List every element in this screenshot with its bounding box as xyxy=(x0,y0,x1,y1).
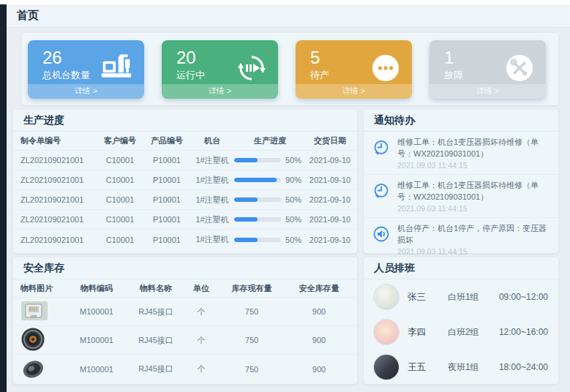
machine-icon xyxy=(100,53,132,83)
avatar xyxy=(374,284,399,309)
notifications-panel: 通知待办 维修工单：机台1变压器损坏待维修（单号：WX202109031001）… xyxy=(364,110,558,253)
col-unit: 单位 xyxy=(184,283,218,294)
col-progress: 生产进度 xyxy=(234,135,306,146)
stat-card-waiting[interactable]: 5 待产 详情 > xyxy=(296,40,412,99)
notification-item[interactable]: 机台停产：机台1停产，停产原因：变压器损坏 2021.09.03 11:44:1… xyxy=(364,218,558,261)
timestamp: 2021.09.03 11:44:15 xyxy=(397,247,550,256)
col-delivery: 交货日期 xyxy=(306,135,354,146)
table-row: M100001 RJ45接口 个 750 900 xyxy=(13,326,357,355)
notification-item[interactable]: 维修工单：机台1变压器损坏待维修（单号：WX202109031001） 2021… xyxy=(364,175,558,218)
table-row: ZL202109021001 C10001 P10001 1#注塑机 50% 2… xyxy=(13,210,357,230)
notification-body: 维修工单：机台1变压器损坏待维修（单号：WX202109031001） 2021… xyxy=(397,137,550,170)
panel-title: 生产进度 xyxy=(13,110,357,132)
staff-schedule-panel: 人员排班 张三 白班1组 09:00~12:00 李四 白班2组 12:00~1… xyxy=(364,257,558,384)
col-current-stock: 库存现有量 xyxy=(218,283,285,294)
card-details-link[interactable]: 详情 > xyxy=(162,84,278,99)
safety-stock-panel: 安全库存 物料图片 物料编码 物料名称 单位 库存现有量 安全库存量 M1000… xyxy=(13,257,357,384)
running-icon xyxy=(237,53,266,86)
waiting-icon xyxy=(371,53,400,86)
col-material-code: 物料编码 xyxy=(66,283,127,294)
clock-icon xyxy=(372,139,391,170)
speaker-angle-photo xyxy=(20,356,66,382)
timestamp: 2021.09.03 11:44:15 xyxy=(397,204,550,213)
col-safety-stock: 安全库存量 xyxy=(285,283,353,294)
progress-bar: 90% xyxy=(234,176,306,184)
card-details-link[interactable]: 详情 > xyxy=(430,84,546,99)
inventory-table-header: 物料图片 物料编码 物料名称 单位 库存现有量 安全库存量 xyxy=(13,279,357,298)
col-customer: 客户编号 xyxy=(97,135,143,146)
progress-bar: 50% xyxy=(234,195,306,204)
col-order-no: 制令单编号 xyxy=(20,135,97,146)
col-material-image: 物料图片 xyxy=(20,283,66,294)
card-details-link[interactable]: 详情 > xyxy=(296,84,412,99)
col-machine: 机台 xyxy=(190,135,234,146)
production-table-header: 制令单编号 客户编号 产品编号 机台 生产进度 交货日期 xyxy=(13,132,357,151)
panel-title: 人员排班 xyxy=(364,257,558,279)
notification-item[interactable]: 维修工单：机台1变压器损坏待维修（单号：WX202109031001） 2021… xyxy=(364,132,558,175)
progress-bar: 50% xyxy=(234,215,306,224)
fault-tools-icon xyxy=(505,53,534,86)
progress-bar: 50% xyxy=(234,235,306,244)
progress-bar: 50% xyxy=(234,156,306,165)
table-row: ZL202109021001 C10001 P10001 1#注塑机 50% 2… xyxy=(13,190,357,210)
timestamp: 2021.09.03 11:44:15 xyxy=(397,161,550,170)
rj45-connector-photo xyxy=(20,300,66,323)
page-title[interactable]: 首页 xyxy=(17,9,39,23)
header-bar: 首页 xyxy=(7,4,570,28)
speaker-front-photo xyxy=(20,327,66,353)
panel-title: 安全库存 xyxy=(13,257,357,279)
sidebar-strip xyxy=(0,4,7,392)
staff-row: 王五 夜班1组 18:00~24:00 xyxy=(364,350,558,385)
table-row: ZL202109021001 C10001 P10001 1#注塑机 50% 2… xyxy=(13,151,357,170)
avatar xyxy=(374,320,399,344)
table-row: ZL202109021001 C10001 P10001 1#注塑机 90% 2… xyxy=(13,170,357,190)
stat-card-running[interactable]: 20 运行中 详情 > xyxy=(162,40,278,99)
notification-body: 机台停产：机台1停产，停产原因：变压器损坏 2021.09.03 11:44:1… xyxy=(397,223,550,256)
stat-cards-panel: 26 总机台数量 详情 > 20 运行中 xyxy=(22,33,558,105)
col-material-name: 物料名称 xyxy=(127,283,184,294)
table-row: M100001 RJ45接口 个 750 900 xyxy=(13,298,357,326)
speaker-icon xyxy=(372,225,391,256)
clock-icon xyxy=(372,182,391,213)
table-row: M100001 RJ45接口 个 750 900 xyxy=(13,355,357,383)
col-product: 产品编号 xyxy=(143,135,190,146)
card-details-link[interactable]: 详情 > xyxy=(28,84,144,99)
stat-card-fault[interactable]: 1 故障 详情 > xyxy=(430,40,546,99)
avatar xyxy=(374,355,399,380)
table-row: ZL202109021001 C10001 P10001 1#注塑机 50% 2… xyxy=(13,230,357,249)
production-progress-panel: 生产进度 制令单编号 客户编号 产品编号 机台 生产进度 交货日期 ZL2021… xyxy=(13,110,357,253)
notification-body: 维修工单：机台1变压器损坏待维修（单号：WX202109031001） 2021… xyxy=(397,180,550,213)
panel-title: 通知待办 xyxy=(364,110,558,132)
staff-row: 李四 白班2组 12:00~16:00 xyxy=(364,314,558,350)
staff-row: 张三 白班1组 09:00~12:00 xyxy=(364,279,558,314)
stat-card-total-machines[interactable]: 26 总机台数量 详情 > xyxy=(28,40,144,99)
